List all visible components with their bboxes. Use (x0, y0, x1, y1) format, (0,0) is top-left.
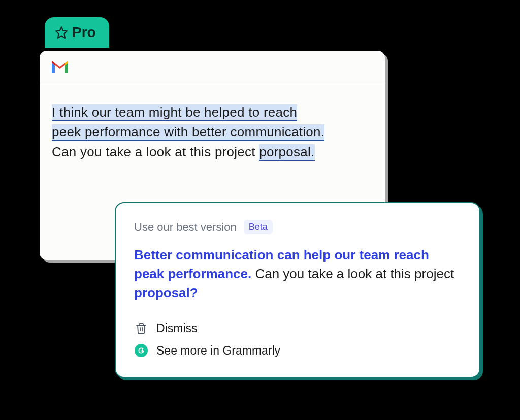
dismiss-button[interactable]: Dismiss (134, 317, 461, 339)
pro-badge-label: Pro (72, 24, 96, 41)
draft-highlight-word: porposal. (259, 144, 314, 161)
see-more-button[interactable]: See more in Grammarly (134, 339, 461, 362)
gmail-header (40, 51, 385, 83)
suggestion-header-title: Use our best version (134, 221, 237, 234)
see-more-label: See more in Grammarly (156, 344, 280, 358)
gmail-icon (51, 60, 69, 74)
draft-text: I think our team might be helped to reac… (52, 102, 371, 162)
suggestion-plain: Can you take a look at this project (251, 266, 454, 282)
draft-highlight-line1: I think our team might be helped to reac… (52, 104, 297, 121)
pro-badge: Pro (45, 17, 109, 48)
svg-marker-0 (56, 27, 67, 38)
suggestion-header: Use our best version Beta (134, 220, 461, 234)
suggestion-text[interactable]: Better communication can help our team r… (134, 246, 461, 303)
grammarly-icon (134, 343, 148, 358)
suggestion-rewrite-2: proposal? (134, 285, 198, 300)
compose-area[interactable]: I think our team might be helped to reac… (40, 83, 385, 162)
draft-highlight-line2: peek performance with better communicati… (52, 124, 324, 141)
dismiss-label: Dismiss (156, 322, 198, 335)
trash-icon (134, 321, 148, 335)
draft-plain-before: Can you take a look at this project (52, 144, 259, 159)
beta-badge: Beta (244, 220, 273, 234)
star-icon (55, 26, 68, 39)
suggestion-card: Use our best version Beta Better communi… (115, 202, 480, 378)
